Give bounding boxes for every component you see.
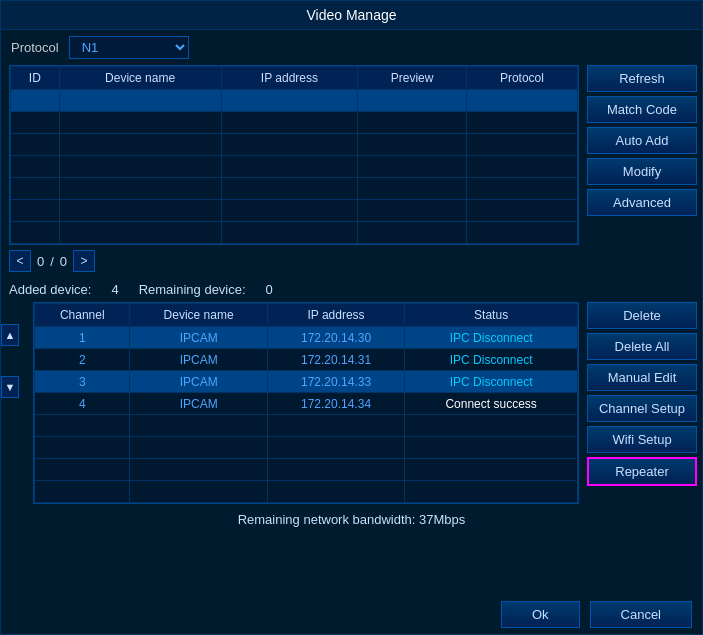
delete-button[interactable]: Delete: [587, 302, 697, 329]
match-code-button[interactable]: Match Code: [587, 96, 697, 123]
ok-button[interactable]: Ok: [501, 601, 580, 628]
pagination: < 0 / 0 >: [1, 245, 702, 277]
bottom-right-buttons: DeleteDelete AllManual EditChannel Setup…: [579, 302, 694, 504]
bottom-table-row[interactable]: 3IPCAM172.20.14.33IPC Disconnect: [35, 371, 578, 393]
bottom-table-row[interactable]: 2IPCAM172.20.14.31IPC Disconnect: [35, 349, 578, 371]
added-device-count: 4: [111, 282, 118, 297]
top-table-row[interactable]: [11, 178, 578, 200]
refresh-button[interactable]: Refresh: [587, 65, 697, 92]
wifi-setup-button[interactable]: Wifi Setup: [587, 426, 697, 453]
bottom-table: Channel Device name IP address Status 1I…: [34, 303, 578, 503]
modify-button[interactable]: Modify: [587, 158, 697, 185]
remaining-device-count: 0: [266, 282, 273, 297]
bottom-table-row[interactable]: 1IPCAM172.20.14.30IPC Disconnect: [35, 327, 578, 349]
delete-all-button[interactable]: Delete All: [587, 333, 697, 360]
top-right-buttons: RefreshMatch CodeAuto AddModifyAdvanced: [579, 65, 694, 245]
top-table-row[interactable]: [11, 222, 578, 244]
channel-setup-button[interactable]: Channel Setup: [587, 395, 697, 422]
bandwidth-row: Remaining network bandwidth: 37Mbps: [1, 504, 702, 535]
protocol-select[interactable]: N1: [69, 36, 189, 59]
col-preview: Preview: [358, 67, 467, 90]
top-table-row[interactable]: [11, 134, 578, 156]
page-total: 0: [60, 254, 67, 269]
footer: OkCancel: [491, 595, 702, 634]
top-table-area: ID Device name IP address Preview Protoc…: [9, 65, 579, 245]
added-device-label: Added device:: [9, 282, 91, 297]
advanced-button[interactable]: Advanced: [587, 189, 697, 216]
cancel-button[interactable]: Cancel: [590, 601, 692, 628]
col-ip-address: IP address: [221, 67, 358, 90]
auto-add-button[interactable]: Auto Add: [587, 127, 697, 154]
bottom-table-row[interactable]: [35, 415, 578, 437]
top-table-row[interactable]: [11, 90, 578, 112]
remaining-device-label: Remaining device:: [139, 282, 246, 297]
protocol-row: Protocol N1: [1, 30, 702, 65]
next-page-button[interactable]: >: [73, 250, 95, 272]
col-status: Status: [405, 304, 578, 327]
top-table: ID Device name IP address Preview Protoc…: [10, 66, 578, 244]
top-table-row[interactable]: [11, 200, 578, 222]
col-device-name-bottom: Device name: [130, 304, 267, 327]
bottom-table-row[interactable]: [35, 437, 578, 459]
top-table-row[interactable]: [11, 156, 578, 178]
col-device-name: Device name: [59, 67, 221, 90]
bottom-table-row[interactable]: 4IPCAM172.20.14.34Connect success: [35, 393, 578, 415]
col-protocol: Protocol: [466, 67, 577, 90]
dialog-title: Video Manage: [1, 1, 702, 30]
added-device-row: Added device: 4 Remaining device: 0: [1, 277, 702, 302]
col-id: ID: [11, 67, 60, 90]
arrow-down-button[interactable]: ▼: [1, 376, 19, 398]
page-current: 0: [37, 254, 44, 269]
title-text: Video Manage: [306, 7, 396, 23]
bottom-table-row[interactable]: [35, 481, 578, 503]
top-table-container: ID Device name IP address Preview Protoc…: [9, 65, 579, 245]
video-manage-dialog: Video Manage Protocol N1 ID Device name …: [0, 0, 703, 635]
bottom-section: Channel Device name IP address Status 1I…: [25, 302, 702, 504]
bottom-table-row[interactable]: [35, 459, 578, 481]
page-separator: /: [50, 254, 54, 269]
arrow-up-button[interactable]: ▲: [1, 324, 19, 346]
protocol-label: Protocol: [11, 40, 59, 55]
bandwidth-text: Remaining network bandwidth: 37Mbps: [238, 512, 466, 527]
bottom-section-wrapper: ▲ ▼ Channel Device name IP address Statu…: [1, 302, 702, 504]
col-channel: Channel: [35, 304, 130, 327]
col-ip-address-bottom: IP address: [267, 304, 404, 327]
top-table-row[interactable]: [11, 112, 578, 134]
prev-page-button[interactable]: <: [9, 250, 31, 272]
bottom-table-container: Channel Device name IP address Status 1I…: [33, 302, 579, 504]
top-section: ID Device name IP address Preview Protoc…: [1, 65, 702, 245]
manual-edit-button[interactable]: Manual Edit: [587, 364, 697, 391]
repeater-button[interactable]: Repeater: [587, 457, 697, 486]
bottom-table-area: Channel Device name IP address Status 1I…: [33, 302, 579, 504]
